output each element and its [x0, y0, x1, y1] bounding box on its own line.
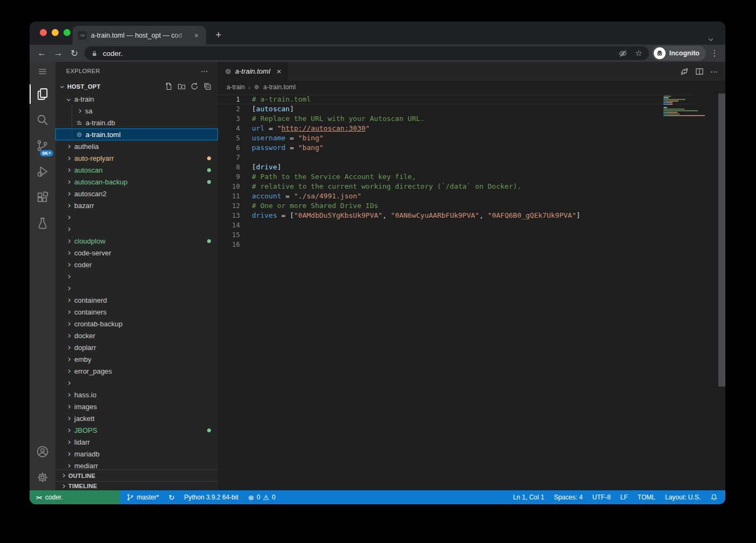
tree-item[interactable]: images — [55, 401, 218, 412]
new-file-icon[interactable] — [165, 82, 173, 90]
eol-status[interactable]: LF — [620, 494, 628, 501]
tree-item-label: authelia — [74, 142, 99, 151]
workspace-section-header[interactable]: HOST_OPT — [55, 80, 218, 93]
tree-item[interactable]: auto-replyarr — [55, 152, 218, 164]
tree-item-label: bazarr — [74, 202, 94, 210]
tree-item[interactable]: autoscan — [55, 164, 218, 176]
tree-item[interactable]: containerd — [55, 294, 218, 306]
tree-item[interactable]: autoscan-backup — [55, 176, 218, 188]
tree-item[interactable]: emby — [55, 353, 218, 365]
code-token: ] — [576, 211, 581, 219]
tree-item[interactable] — [55, 211, 218, 223]
tree-item[interactable]: a-train.db — [55, 117, 218, 128]
notifications-bell-icon[interactable] — [710, 494, 718, 501]
tree-item[interactable] — [55, 270, 218, 282]
testing-activity-icon[interactable] — [30, 210, 55, 236]
tree-item[interactable]: mariadb — [55, 448, 218, 460]
code-token: " — [277, 124, 281, 132]
problems-status[interactable]: ⊗ 0 ⚠ 0 — [248, 494, 275, 501]
git-branch-status[interactable]: master* — [126, 494, 159, 501]
editor-scrollbar[interactable] — [718, 94, 725, 387]
menu-hamburger-icon[interactable] — [30, 62, 55, 81]
back-button[interactable]: ← — [34, 46, 50, 61]
bookmark-star-icon[interactable]: ☆ — [635, 48, 642, 58]
fullscreen-window-button[interactable] — [63, 29, 70, 36]
eye-off-tracking-icon[interactable] — [618, 49, 627, 58]
tree-item[interactable]: cloudplow — [55, 235, 218, 247]
breadcrumb-folder[interactable]: a-train — [227, 83, 245, 91]
indentation-status[interactable]: Spaces: 4 — [554, 494, 582, 501]
tree-item[interactable] — [55, 377, 218, 389]
open-changes-icon[interactable] — [680, 67, 689, 76]
encoding-status[interactable]: UTF-8 — [592, 494, 611, 501]
tree-item[interactable]: autoscan2 — [55, 188, 218, 199]
tree-item[interactable]: sa — [55, 105, 218, 117]
tree-item[interactable]: hass.io — [55, 389, 218, 401]
code-token: "bing" — [298, 134, 323, 142]
window-controls — [40, 29, 70, 36]
run-debug-activity-icon[interactable] — [30, 159, 55, 184]
refresh-explorer-icon[interactable] — [190, 82, 199, 90]
breadcrumb-file[interactable]: a-train.toml — [263, 83, 295, 91]
code-token: # Replace the URL with your Autoscan URL… — [252, 115, 425, 123]
editor-tab-close-icon[interactable]: × — [277, 67, 281, 76]
tab-search-chevron-icon[interactable] — [709, 33, 715, 38]
explorer-activity-icon[interactable] — [30, 81, 55, 107]
tree-item[interactable] — [55, 282, 218, 294]
account-icon[interactable] — [30, 439, 55, 465]
tab-close-icon[interactable]: × — [192, 31, 201, 40]
sync-icon[interactable]: ↻ — [168, 494, 174, 501]
folder-chevron-icon — [64, 189, 73, 198]
tree-item[interactable] — [55, 223, 218, 235]
tree-item[interactable]: a-train — [55, 93, 218, 105]
new-tab-button[interactable]: + — [210, 27, 227, 43]
keyboard-layout-status[interactable]: Layout: U.S. — [665, 494, 701, 501]
remote-indicator[interactable]: >< coder. — [30, 490, 120, 504]
browser-tab[interactable]: cs a-train.toml — host_opt — cod × — [73, 26, 206, 45]
explorer-more-actions-icon[interactable]: ⋯ — [201, 67, 208, 75]
extensions-activity-icon[interactable] — [30, 184, 55, 210]
tree-item[interactable]: jackett — [55, 412, 218, 424]
tree-item[interactable]: a-train.toml — [55, 128, 218, 140]
search-activity-icon[interactable] — [30, 107, 55, 133]
tree-item[interactable]: coder — [55, 259, 218, 270]
tree-item[interactable]: error_pages — [55, 365, 218, 377]
settings-gear-icon[interactable] — [30, 465, 55, 490]
tree-item[interactable]: mediarr — [55, 460, 218, 469]
tree-item[interactable]: crontab-backup — [55, 318, 218, 330]
code-editor[interactable]: 1 # a-train.toml 2 [autoscan] 3 # — [218, 94, 725, 490]
python-interpreter-status[interactable]: Python 3.9.2 64-bit — [184, 494, 238, 501]
editor-tab[interactable]: a-train.toml × — [218, 62, 288, 81]
editor-more-actions-icon[interactable]: ⋯ — [710, 67, 718, 76]
address-bar[interactable]: coder. ☆ — [84, 46, 649, 60]
close-window-button[interactable] — [40, 29, 47, 36]
tree-item[interactable]: bazarr — [55, 199, 218, 211]
tree-item-label: cloudplow — [74, 237, 105, 245]
minimap[interactable] — [663, 96, 705, 122]
tree-item[interactable]: code-server — [55, 247, 218, 259]
language-mode-status[interactable]: TOML — [638, 494, 655, 501]
timeline-section-header[interactable]: TIMELINE — [55, 481, 218, 490]
folder-chevron-icon — [64, 331, 73, 340]
tree-item[interactable]: lidarr — [55, 436, 218, 448]
reload-button[interactable]: ↻ — [66, 46, 82, 61]
source-control-activity-icon[interactable]: 9K+ — [30, 133, 55, 159]
code-line: 13 drives = ["0AMdbDu5YgKbsUk9PVA", "0AN… — [218, 211, 693, 220]
tree-item[interactable]: containers — [55, 306, 218, 318]
split-editor-icon[interactable] — [695, 67, 704, 76]
outline-section-header[interactable]: OUTLINE — [55, 469, 218, 481]
browser-menu-icon[interactable]: ⋮ — [708, 48, 721, 58]
minimize-window-button[interactable] — [52, 29, 59, 36]
address-url: coder. — [103, 49, 123, 58]
editor-tab-bar: a-train.toml × ⋯ — [218, 62, 725, 81]
tree-item[interactable]: authelia — [55, 140, 218, 152]
code-token: drive — [256, 163, 277, 171]
cursor-position-status[interactable]: Ln 1, Col 1 — [513, 494, 544, 501]
tree-item[interactable]: doplarr — [55, 341, 218, 353]
collapse-folders-icon[interactable] — [203, 82, 211, 90]
forward-button[interactable]: → — [50, 46, 66, 61]
folder-chevron-icon — [64, 213, 73, 222]
tree-item[interactable]: docker — [55, 330, 218, 341]
new-folder-icon[interactable] — [178, 82, 186, 90]
tree-item[interactable]: JBOPS — [55, 424, 218, 436]
